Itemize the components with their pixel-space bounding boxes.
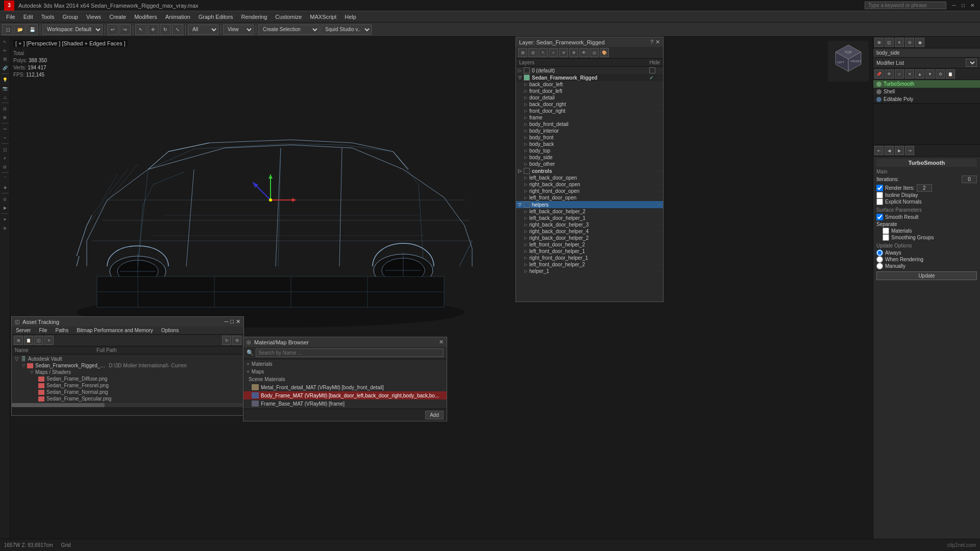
- view-dropdown[interactable]: View: [223, 24, 254, 35]
- layer-sedan-expand[interactable]: ▽: [518, 75, 522, 80]
- mat-item-body-frame[interactable]: Body_Frame_MAT (VRayMtl) [back_door_left…: [243, 391, 447, 399]
- layer-lfdo[interactable]: ▷ left_front_door_open ···: [516, 194, 663, 201]
- layer-controls[interactable]: ▷ controls ···: [516, 167, 663, 174]
- layer-rfdh1[interactable]: ▷ right_front_door_helper_1 ···: [516, 255, 663, 261]
- layer-door-detail[interactable]: ▷ door_detail ···: [516, 94, 663, 101]
- modifier-list-dropdown[interactable]: [966, 59, 977, 67]
- mod-nav-top[interactable]: ⇤: [874, 146, 884, 155]
- maximize-button[interactable]: □: [960, 2, 967, 9]
- modifier-turbosmooth[interactable]: TurboSmooth: [873, 80, 980, 88]
- layer-body-back[interactable]: ▷ body_back ···: [516, 141, 663, 147]
- squid-dropdown[interactable]: Squid Studio v...: [321, 24, 372, 35]
- asset-close-btn[interactable]: ✕: [236, 318, 240, 325]
- lt-snap2[interactable]: ⊞: [1, 113, 9, 121]
- asset-menu-paths[interactable]: Paths: [52, 327, 73, 334]
- layer-lbdh1[interactable]: ▷ left_back_door_helper_1 ···: [516, 215, 663, 221]
- ts-materials-check[interactable]: [883, 228, 889, 234]
- modifier-editable-poly[interactable]: Editable Poly: [873, 95, 980, 103]
- layer-controls-expand[interactable]: ▷: [518, 168, 522, 173]
- rp-icon-4[interactable]: ⊙: [905, 38, 914, 47]
- layer-body-interior[interactable]: ▷ body_interior ···: [516, 128, 663, 134]
- layer-lfdh1[interactable]: ▷ left_front_door_helper_1 ···: [516, 248, 663, 255]
- viewport-area[interactable]: [ + ] [Perspective ] [Shaded + Edged Fac…: [10, 37, 873, 539]
- layer-lbdh2[interactable]: ▷ left_back_door_helper_2 ···: [516, 208, 663, 215]
- mod-configure[interactable]: ⚙: [936, 69, 945, 79]
- lt-snap[interactable]: ⊡: [1, 105, 9, 113]
- lt-layer[interactable]: ⊟: [1, 163, 9, 171]
- layer-body-front-detail[interactable]: ▷ body_front_detail ···: [516, 121, 663, 128]
- mat-item-metal-front[interactable]: Metal_Front_detail_MAT (VRayMtl) [body_f…: [243, 383, 447, 391]
- asset-menu-bitmap[interactable]: Bitmap Performance and Memory: [72, 327, 157, 334]
- layer-body-front[interactable]: ▷ body_front ···: [516, 134, 663, 141]
- asset-tb-refresh[interactable]: ↻: [222, 336, 231, 345]
- menu-views[interactable]: Views: [82, 13, 105, 21]
- menu-help[interactable]: Help: [340, 13, 360, 21]
- mod-pin[interactable]: 📌: [874, 69, 884, 79]
- rp-icon-2[interactable]: ◫: [885, 38, 894, 47]
- menu-maxscript[interactable]: MAXScript: [306, 13, 340, 21]
- layer-helpers-expand[interactable]: ▽: [518, 202, 522, 207]
- asset-maps-group[interactable]: ▽ Maps / Shaders: [12, 369, 243, 375]
- layer-rfdo[interactable]: ▷ right_front_door_open ···: [516, 188, 663, 194]
- lt-spacewarp[interactable]: 〜: [1, 125, 9, 133]
- rp-icon-5[interactable]: ◉: [915, 38, 924, 47]
- asset-scrollbar[interactable]: [12, 403, 243, 407]
- toolbar-move[interactable]: ✛: [148, 24, 159, 35]
- asset-normal[interactable]: Sedan_Frame_Normal.png: [12, 389, 243, 395]
- asset-menu-options[interactable]: Options: [157, 327, 183, 334]
- layers-help-btn[interactable]: ?: [650, 39, 653, 45]
- layers-collapse-all[interactable]: ⊟: [528, 48, 537, 57]
- toolbar-scale[interactable]: ⤡: [172, 24, 183, 35]
- toolbar-open[interactable]: 📂: [14, 24, 26, 35]
- lt-select[interactable]: ↖: [1, 38, 9, 46]
- asset-fresnel[interactable]: Sedan_Frame_Fresnel.png: [12, 382, 243, 389]
- asset-scrollbar-thumb[interactable]: [12, 403, 105, 407]
- asset-minimize-btn[interactable]: ─: [225, 318, 229, 325]
- asset-tb-1[interactable]: ⊞: [14, 336, 23, 345]
- viewport-3d[interactable]: [ + ] [Perspective ] [Shaded + Edged Fac…: [10, 37, 873, 539]
- layers-render[interactable]: ◎: [590, 48, 599, 57]
- layer-0-default[interactable]: ▷ 0 (default) ···: [516, 67, 663, 74]
- layers-delete[interactable]: ✕: [559, 48, 568, 57]
- layer-frame[interactable]: ▷ frame ···: [516, 114, 663, 121]
- lt-paint[interactable]: ✏: [1, 46, 9, 55]
- layer-rbdh3[interactable]: ▷ right_back_door_helper_3 ···: [516, 221, 663, 228]
- toolbar-new[interactable]: ◻: [2, 24, 13, 35]
- mod-down[interactable]: ▼: [925, 69, 935, 79]
- layer-front-door-left[interactable]: ▷ front_door_left ···: [516, 88, 663, 94]
- layer-0-expand[interactable]: ▷: [518, 68, 522, 73]
- menu-file[interactable]: File: [2, 13, 19, 21]
- rp-icon-1[interactable]: ⊞: [874, 38, 884, 47]
- minimize-button[interactable]: ─: [950, 2, 958, 9]
- lt-render[interactable]: ▶: [1, 204, 9, 212]
- layers-list[interactable]: ▷ 0 (default) ··· ▽ Sedan_Framework_Rigg…: [516, 67, 663, 285]
- layers-select[interactable]: ↖: [538, 48, 548, 57]
- layer-rbdh2[interactable]: ▷ right_back_door_helper_2 ···: [516, 235, 663, 241]
- layer-sedan[interactable]: ▽ Sedan_Framework_Rigged ✓ ···: [516, 74, 663, 81]
- ts-smoothing-check[interactable]: [883, 234, 889, 241]
- selection-dropdown[interactable]: Create Selection: [258, 24, 320, 35]
- lt-schematic[interactable]: ◈: [1, 183, 9, 191]
- viewport-cube[interactable]: TOP LEFT FRONT: [828, 41, 869, 82]
- toolbar-redo[interactable]: ↪: [119, 24, 131, 35]
- layer-rbdo[interactable]: ▷ right_back_door_open ···: [516, 181, 663, 188]
- menu-edit[interactable]: Edit: [19, 13, 37, 21]
- rp-icon-3[interactable]: ≡: [895, 38, 904, 47]
- lt-align[interactable]: ≡: [1, 154, 9, 162]
- asset-specular[interactable]: Sedan_Frame_Specular.png: [12, 395, 243, 402]
- mod-delete[interactable]: ✕: [905, 69, 914, 79]
- toolbar-save[interactable]: 💾: [27, 24, 38, 35]
- mat-item-frame-base[interactable]: Frame_Base_MAT (VRayMtl) [frame]: [243, 399, 447, 408]
- asset-tb-2[interactable]: 📋: [24, 336, 33, 345]
- layers-color[interactable]: 🎨: [600, 48, 609, 57]
- layer-sedan-checkbox[interactable]: [524, 74, 530, 81]
- asset-maximize-btn[interactable]: □: [230, 318, 234, 325]
- asset-tb-3[interactable]: ◫: [34, 336, 43, 345]
- filter-dropdown[interactable]: All: [188, 24, 218, 35]
- lt-unlink[interactable]: 🔗: [1, 64, 9, 72]
- layer-controls-checkbox[interactable]: [524, 168, 530, 174]
- layer-front-door-right[interactable]: ▷ front_door_right ···: [516, 108, 663, 114]
- layers-freeze[interactable]: ❄: [569, 48, 578, 57]
- layer-lfdh2b[interactable]: ▷ left_front_door_helper_2 ···: [516, 261, 663, 268]
- layer-0-checkbox[interactable]: [524, 67, 530, 73]
